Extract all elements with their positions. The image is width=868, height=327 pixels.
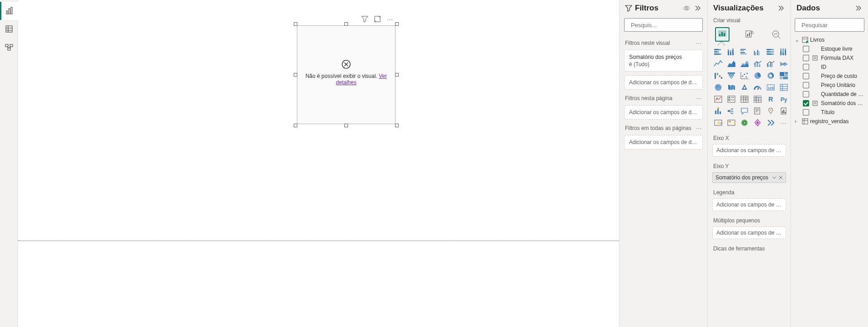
field-row[interactable]: Somatório dos p...	[802, 99, 865, 108]
viz-waterfall-icon[interactable]	[712, 71, 724, 81]
model-view-button[interactable]	[0, 38, 18, 56]
field-row[interactable]: Título	[802, 108, 865, 117]
table-row-registro-vendas[interactable]: › registro_vendas	[794, 117, 865, 126]
field-checkbox[interactable]	[803, 55, 809, 61]
visual-filter-button[interactable]	[360, 14, 369, 24]
filter-section-more[interactable]: ···	[696, 125, 702, 131]
viz-stacked-bar-icon[interactable]	[712, 47, 724, 57]
viz-stacked-area-icon[interactable]	[739, 59, 750, 69]
field-drop-legend[interactable]: Adicionar os campos de da...	[712, 198, 786, 211]
field-drop-small[interactable]: Adicionar os campos de da...	[712, 226, 786, 239]
field-checkbox[interactable]	[803, 82, 809, 88]
visual-focus-button[interactable]	[373, 14, 382, 24]
viz-100-stacked-bar-icon[interactable]	[765, 47, 777, 57]
visual-more-button[interactable]: ···	[386, 14, 395, 24]
data-search[interactable]	[795, 18, 864, 32]
field-row[interactable]: Estoque livre	[802, 44, 865, 53]
viz-line-clustered-column-icon[interactable]	[765, 59, 777, 69]
report-view-button[interactable]	[0, 2, 18, 20]
viz-tab-format[interactable]	[742, 27, 757, 42]
viz-arcgis-icon[interactable]	[739, 118, 750, 128]
report-canvas[interactable]: ··· Não é possível exibir o visual. Ver …	[18, 0, 620, 327]
viz-key-influencers-icon[interactable]	[712, 106, 724, 116]
filter-drop-page[interactable]: Adicionar os campos de da...	[624, 105, 703, 120]
viz-azure-map-icon[interactable]	[739, 82, 750, 92]
svg-rect-72	[729, 74, 734, 76]
field-row[interactable]: Fórmula DAX	[802, 53, 865, 63]
viz-area-icon[interactable]	[725, 59, 737, 69]
viz-paginated-report-icon[interactable]	[778, 106, 790, 116]
viz-power-apps-icon[interactable]: ⚡	[725, 118, 737, 128]
svg-rect-120	[717, 109, 719, 114]
filters-collapse-button[interactable]	[692, 3, 703, 14]
viz-collapse-button[interactable]	[775, 3, 786, 14]
filter-drop-all[interactable]: Adicionar os campos de da...	[624, 135, 703, 149]
filters-search-input[interactable]	[631, 22, 707, 29]
field-drop-x[interactable]: Adicionar os campos de da...	[712, 144, 786, 157]
field-checkbox[interactable]	[803, 46, 809, 52]
visual-error-message: Não é possível exibir o visual. Ver deta…	[297, 59, 395, 86]
viz-scatter-icon[interactable]	[739, 71, 750, 81]
viz-treemap-icon[interactable]	[778, 71, 790, 81]
data-search-input[interactable]	[801, 22, 868, 29]
field-checkbox[interactable]	[803, 64, 809, 70]
viz-clustered-column-icon[interactable]	[752, 47, 763, 57]
viz-pie-icon[interactable]	[752, 71, 763, 81]
svg-rect-42	[740, 52, 745, 53]
field-chip-y[interactable]: Somatório dos preços	[712, 172, 786, 183]
field-checkbox[interactable]	[803, 100, 809, 106]
filter-section-more[interactable]: ···	[696, 40, 702, 46]
viz-funnel-icon[interactable]	[725, 71, 737, 81]
viz-decomposition-tree-icon[interactable]	[725, 106, 737, 116]
viz-stacked-column-icon[interactable]	[725, 47, 737, 57]
viz-more-button[interactable]: ···	[778, 118, 790, 128]
viz-kpi-icon[interactable]: ▲	[712, 94, 724, 104]
viz-card-icon[interactable]: 123	[765, 82, 777, 92]
field-checkbox[interactable]	[803, 109, 809, 115]
data-view-button[interactable]	[0, 20, 18, 38]
table-row-livros[interactable]: ⌄ Livros	[794, 35, 865, 44]
viz-r-icon[interactable]: R	[765, 94, 777, 104]
viz-qa-icon[interactable]	[739, 106, 750, 116]
viz-python-icon[interactable]: Py	[778, 94, 790, 104]
viz-line-stacked-column-icon[interactable]	[752, 59, 763, 69]
viz-goals-icon[interactable]	[765, 106, 777, 116]
viz-filled-map-icon[interactable]	[725, 82, 737, 92]
data-collapse-button[interactable]	[853, 3, 863, 14]
viz-line-icon[interactable]	[712, 59, 724, 69]
svg-line-127	[730, 109, 731, 111]
field-checkbox[interactable]	[803, 91, 809, 97]
filter-drop-visual[interactable]: Adicionar os campos de da...	[624, 75, 703, 90]
viz-map-icon[interactable]	[712, 82, 724, 92]
field-row[interactable]: ID	[802, 63, 865, 72]
viz-100-stacked-column-icon[interactable]	[778, 47, 790, 57]
filter-section-more[interactable]: ···	[696, 95, 702, 101]
viz-matrix-icon[interactable]	[752, 94, 763, 104]
filters-search[interactable]	[624, 18, 703, 32]
viz-smart-narrative-icon[interactable]	[752, 106, 763, 116]
viz-donut-icon[interactable]	[765, 71, 777, 81]
svg-point-122	[717, 107, 719, 109]
viz-tab-build[interactable]	[715, 27, 730, 42]
filters-visibility-button[interactable]	[681, 3, 692, 14]
viz-slicer-icon[interactable]	[725, 94, 737, 104]
viz-get-more-icon[interactable]	[765, 118, 777, 128]
close-icon[interactable]	[778, 175, 783, 180]
svg-rect-137	[783, 110, 784, 113]
svg-rect-84	[780, 72, 784, 76]
visual-container[interactable]: Não é possível exibir o visual. Ver deta…	[297, 25, 396, 124]
filter-card[interactable]: Somatório dos preços é (Tudo)	[624, 50, 703, 72]
viz-table-icon[interactable]	[739, 94, 750, 104]
field-row[interactable]: Preço de custo	[802, 72, 865, 81]
viz-tab-analytics[interactable]	[769, 27, 783, 42]
viz-gauge-icon[interactable]	[752, 82, 763, 92]
field-checkbox[interactable]	[803, 73, 809, 79]
viz-power-platform-icon[interactable]	[752, 118, 763, 128]
viz-clustered-bar-icon[interactable]	[739, 47, 750, 57]
field-row[interactable]: Preço Unitário	[802, 81, 865, 90]
viz-ribbon-icon[interactable]	[778, 59, 790, 69]
chevron-down-icon[interactable]	[772, 175, 777, 180]
field-row[interactable]: Quantidade de v...	[802, 90, 865, 99]
viz-multi-row-card-icon[interactable]	[778, 82, 790, 92]
viz-power-automate-icon[interactable]: ⚡123	[712, 118, 724, 128]
